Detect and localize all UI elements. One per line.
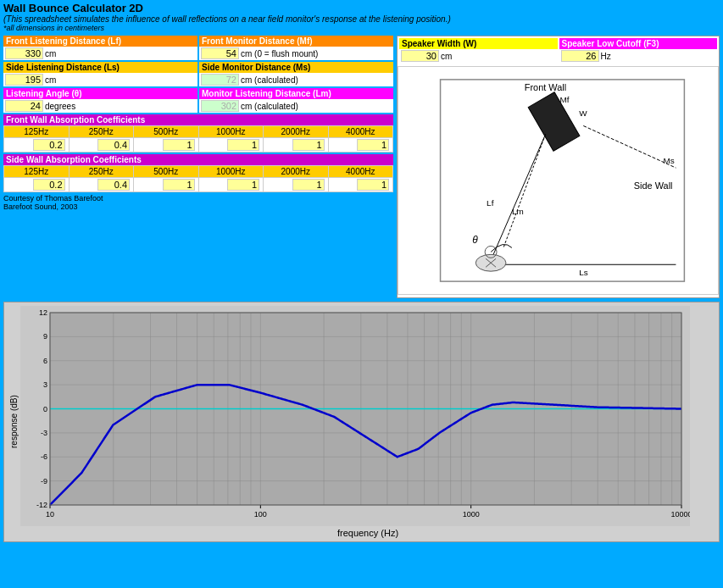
- front-listening-label: Front Listening Distance (Lf): [3, 36, 197, 47]
- fw-h1: 125Hz: [4, 126, 70, 138]
- side-listening-input[interactable]: [5, 74, 43, 86]
- side-monitor-label: Side Monitor Distance (Ms): [199, 62, 393, 73]
- y-axis-label: response (dB): [8, 306, 20, 538]
- chart-inner: response (dB) frequency (Hz): [8, 306, 715, 538]
- side-monitor-unit: cm (calculated): [241, 75, 298, 85]
- header: Wall Bounce Calculator 2D (This spreadsh…: [0, 0, 723, 34]
- front-listening-unit: cm: [45, 49, 56, 58]
- sw-v4[interactable]: [227, 179, 259, 191]
- fw-v5[interactable]: [292, 139, 325, 151]
- courtesy-line2: Barefoot Sound, 2003: [3, 202, 393, 211]
- courtesy: Courtesy of Thomas Barefoot Barefoot Sou…: [3, 194, 393, 211]
- front-monitor-input[interactable]: [201, 47, 239, 59]
- mf-text: Mf: [559, 95, 569, 104]
- speaker-width-unit: cm: [441, 52, 452, 61]
- listen-angle-group: Listening Angle (θ) degrees: [3, 88, 197, 113]
- side-wall-absorption: Side Wall Absorption Coefficients 125Hz …: [3, 154, 393, 192]
- w-text: W: [579, 108, 587, 118]
- app-title: Wall Bounce Calculator 2D: [3, 2, 720, 14]
- fw-h6: 4000Hz: [328, 126, 393, 138]
- listen-angle-label: Listening Angle (θ): [3, 88, 197, 99]
- right-panel: Speaker Width (W) cm Speaker Low Cutoff …: [397, 36, 720, 298]
- front-wall-text: Front Wall: [525, 82, 566, 92]
- courtesy-line1: Courtesy of Thomas Barefoot: [3, 194, 393, 202]
- monitor-listen-label: Monitor Listening Distance (Lm): [199, 88, 393, 99]
- fw-v2[interactable]: [97, 139, 130, 151]
- fw-v1[interactable]: [33, 139, 65, 151]
- speaker-width-label: Speaker Width (W): [399, 38, 558, 49]
- sw-h1: 125Hz: [4, 166, 70, 178]
- side-wall-title: Side Wall Absorption Coefficients: [3, 154, 393, 165]
- side-listening-unit: cm: [45, 75, 56, 85]
- ls-text: Ls: [579, 268, 588, 277]
- side-monitor-group: Side Monitor Distance (Ms) cm (calculate…: [199, 62, 393, 86]
- chart-section: response (dB) frequency (Hz): [3, 302, 720, 542]
- top-inputs: Front Listening Distance (Lf) cm Front M…: [3, 36, 393, 60]
- fw-v3[interactable]: [163, 139, 195, 151]
- side-monitor-input[interactable]: [201, 74, 239, 86]
- lf-text: Lf: [487, 198, 494, 208]
- response-chart: [20, 306, 690, 526]
- sw-h4: 1000Hz: [198, 166, 264, 178]
- front-wall-table: 125Hz 250Hz 500Hz 1000Hz 2000Hz 4000Hz: [3, 125, 393, 153]
- chart-canvas: frequency (Hz): [20, 306, 715, 538]
- listen-angle-unit: degrees: [45, 102, 75, 111]
- sw-v3[interactable]: [163, 179, 195, 191]
- theta-text: θ: [472, 234, 478, 246]
- side-wall-table: 125Hz 250Hz 500Hz 1000Hz 2000Hz 4000Hz: [3, 165, 393, 192]
- left-panel: Front Listening Distance (Lf) cm Front M…: [3, 36, 393, 298]
- sw-v6[interactable]: [357, 179, 389, 191]
- front-monitor-label: Front Monitor Distance (Mf): [199, 36, 393, 47]
- room-diagram: Front Wall Side Wall Mf W Ms Lf: [398, 66, 719, 327]
- fw-h4: 1000Hz: [198, 126, 264, 138]
- app-subtitle: (This spreadsheet simulates the influenc…: [3, 14, 720, 24]
- front-wall-value-row: [4, 138, 393, 153]
- units-note: *all dimensions in centimeters: [3, 24, 720, 32]
- sw-v5[interactable]: [292, 179, 325, 191]
- side-wall-header-row: 125Hz 250Hz 500Hz 1000Hz 2000Hz 4000Hz: [4, 166, 393, 178]
- sw-h5: 2000Hz: [264, 166, 329, 178]
- main-area: Front Listening Distance (Lf) cm Front M…: [0, 34, 723, 300]
- sw-h2: 250Hz: [69, 166, 134, 178]
- front-monitor-unit: cm (0 = flush mount): [241, 49, 318, 58]
- fw-h2: 250Hz: [69, 126, 134, 138]
- fw-h3: 500Hz: [134, 126, 199, 138]
- listen-angle-input[interactable]: [5, 100, 43, 112]
- sw-h6: 4000Hz: [328, 166, 393, 178]
- side-wall-text: Side Wall: [634, 180, 673, 191]
- sw-h3: 500Hz: [134, 166, 199, 178]
- side-inputs: Side Listening Distance (Ls) cm Side Mon…: [3, 62, 393, 86]
- fw-v6[interactable]: [357, 139, 389, 151]
- front-monitor-group: Front Monitor Distance (Mf) cm (0 = flus…: [199, 36, 393, 60]
- sw-v1[interactable]: [33, 179, 65, 191]
- monitor-listen-input[interactable]: [201, 100, 239, 112]
- monitor-listen-unit: cm (calculated): [241, 102, 298, 111]
- fw-v4[interactable]: [227, 139, 259, 151]
- speaker-f3-input[interactable]: [561, 50, 599, 62]
- front-listening-group: Front Listening Distance (Lf) cm: [3, 36, 197, 60]
- sw-v2[interactable]: [97, 179, 130, 191]
- x-axis-label: frequency (Hz): [20, 528, 715, 538]
- side-listening-group: Side Listening Distance (Ls) cm: [3, 62, 197, 86]
- side-listening-label: Side Listening Distance (Ls): [3, 62, 197, 73]
- speaker-f3-unit: Hz: [601, 52, 611, 61]
- angle-inputs: Listening Angle (θ) degrees Monitor List…: [3, 88, 393, 113]
- side-wall-value-row: [4, 178, 393, 192]
- front-wall-header-row: 125Hz 250Hz 500Hz 1000Hz 2000Hz 4000Hz: [4, 126, 393, 138]
- monitor-listen-group: Monitor Listening Distance (Lm) cm (calc…: [199, 88, 393, 113]
- front-wall-title: Front Wall Absorption Coefficients: [3, 114, 393, 125]
- speaker-width-input[interactable]: [401, 50, 439, 62]
- front-wall-absorption: Front Wall Absorption Coefficients 125Hz…: [3, 114, 393, 153]
- front-listening-input[interactable]: [5, 47, 43, 59]
- fw-h5: 2000Hz: [264, 126, 329, 138]
- speaker-f3-label: Speaker Low Cutoff (F3): [559, 38, 718, 49]
- lm-text: Lm: [512, 207, 524, 216]
- ms-text: Ms: [664, 156, 675, 165]
